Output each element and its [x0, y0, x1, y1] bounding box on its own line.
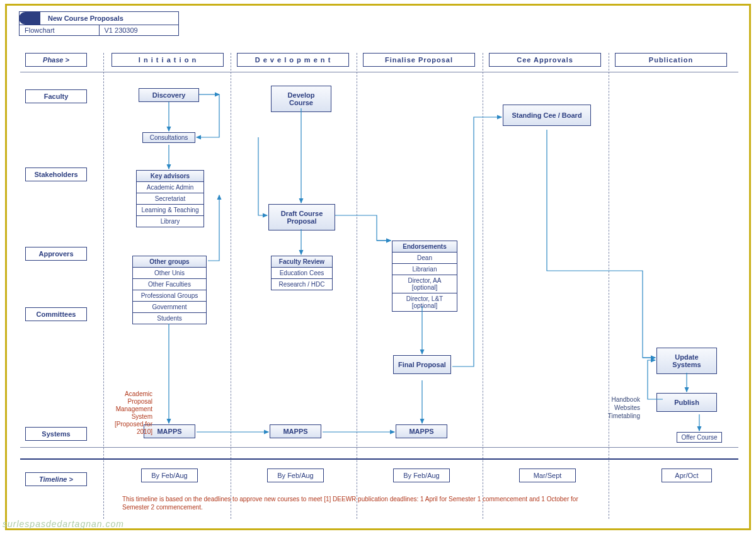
tl-5: Apr/Oct	[662, 469, 712, 482]
cell-library: Library	[136, 216, 204, 227]
lane-div-4	[609, 53, 609, 519]
title-sub: Flowchart V1 230309	[19, 25, 179, 36]
box-discovery: Discovery	[139, 88, 199, 102]
watermark: surlespasdedartagnan.com	[3, 519, 124, 529]
note-apms: Academic Proposal Management System [Pro…	[102, 390, 152, 436]
row-stakeholders: Stakeholders	[25, 168, 87, 181]
row-faculty: Faculty	[25, 89, 87, 103]
tl-3: By Feb/Aug	[393, 469, 450, 482]
title-block: New Course Proposals Flowchart V1 230309	[19, 11, 179, 36]
cell-secretariat: Secretariat	[136, 193, 204, 205]
stack-endorsements: Endorsements Dean Librarian Director, AA…	[392, 241, 457, 312]
title-sub-right: V1 230309	[100, 25, 179, 35]
box-draft-proposal: Draft Course Proposal	[268, 204, 335, 230]
box-final-proposal: Final Proposal	[393, 355, 451, 374]
lane-div-3	[483, 53, 483, 519]
col-development: D e v e l o p m e n t	[237, 53, 349, 67]
box-mapps-3: MAPPS	[396, 424, 447, 438]
note-hws: Handbook Websites Timetabling	[593, 395, 640, 420]
cell-other-unis: Other Unis	[132, 268, 207, 279]
cell-other-groups: Other groups	[132, 256, 207, 268]
title-text: New Course Proposals	[44, 13, 127, 23]
title-main: New Course Proposals	[19, 11, 179, 25]
cell-prof-groups: Professional Groups	[132, 290, 207, 302]
stack-other-groups: Other groups Other Unis Other Faculties …	[132, 256, 207, 324]
phase-header: Phase >	[25, 53, 87, 67]
header-rule	[20, 72, 738, 72]
cell-learn-teach: Learning & Teaching	[136, 205, 204, 216]
cell-director-aa: Director, AA [optional]	[392, 275, 457, 293]
cell-endorsements: Endorsements	[392, 241, 457, 253]
row-committees: Committees	[25, 307, 87, 321]
systems-rule	[20, 447, 738, 448]
cell-librarian: Librarian	[392, 264, 457, 275]
col-approvals: Cee Approvals	[489, 53, 601, 67]
cell-education-cees: Education Cees	[271, 268, 333, 279]
stack-reviews: Faculty Review Education Cees Research /…	[271, 256, 333, 290]
diagram-canvas: New Course Proposals Flowchart V1 230309…	[8, 6, 748, 528]
box-standing-cee: Standing Cee / Board	[503, 105, 591, 126]
footnote: This timeline is based on the deadlines …	[122, 495, 601, 511]
box-develop-course: Develop Course	[271, 86, 331, 112]
tl-2: By Feb/Aug	[267, 469, 324, 482]
box-publish: Publish	[656, 393, 717, 412]
row-systems: Systems	[25, 427, 87, 441]
lane-div-1	[231, 53, 231, 519]
cell-director-lt: Director, L&T [optional]	[392, 293, 457, 312]
cell-faculty-review: Faculty Review	[271, 256, 333, 268]
col-finalise: Finalise Proposal	[363, 53, 475, 67]
box-consultations: Consultations	[142, 132, 195, 143]
box-mapps-2: MAPPS	[270, 424, 321, 438]
cell-students: Students	[132, 313, 207, 324]
timeline-rule	[20, 458, 738, 460]
cell-key-advisors: Key advisors	[136, 170, 204, 182]
tl-1: By Feb/Aug	[141, 469, 198, 482]
col-publication: Publication	[615, 53, 727, 67]
lane-div-2	[357, 53, 357, 519]
cell-other-faculties: Other Faculties	[132, 279, 207, 290]
stack-stakeholders: Key advisors Academic Admin Secretariat …	[136, 170, 204, 227]
col-initiation: I n i t i a t i o n	[112, 53, 224, 67]
row-timeline: Timeline >	[25, 472, 87, 486]
title-sub-left: Flowchart	[20, 25, 100, 35]
connectors	[8, 6, 748, 528]
box-update-systems: Update Systems	[656, 348, 717, 374]
cell-academic-admin: Academic Admin	[136, 182, 204, 193]
box-offer-course: Offer Course	[677, 432, 722, 443]
cell-research-hdc: Research / HDC	[271, 279, 333, 290]
cell-government: Government	[132, 302, 207, 313]
row-approvers: Approvers	[25, 247, 87, 261]
cell-dean: Dean	[392, 253, 457, 264]
tl-4: Mar/Sept	[519, 469, 576, 482]
lane-div-0	[103, 53, 104, 519]
